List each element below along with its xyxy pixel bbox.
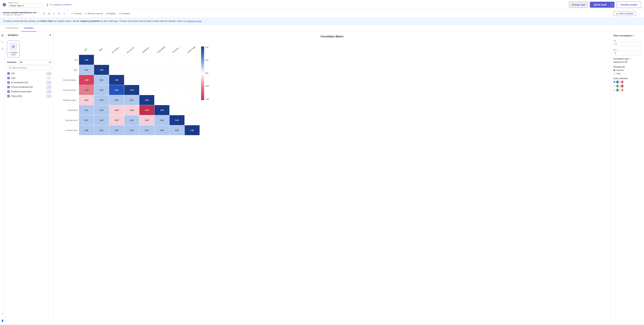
type-checkbox[interactable] [8,77,10,79]
cell-3-6[interactable] [170,85,184,95]
cell-2-3[interactable] [124,75,139,85]
cell-7-0[interactable]: 0.02 [79,125,94,135]
quick-build-button[interactable]: Quick build [590,2,611,8]
cell-6-5[interactable]: 0.03 [154,115,170,125]
cell-3-0[interactable]: -0.43 [79,85,94,95]
cell-1-5[interactable] [154,65,170,75]
cell-6-0[interactable]: 0.07 [79,115,94,125]
cell-5-5[interactable]: 1.00 [154,105,170,115]
color-option-3[interactable] [613,89,641,92]
cell-7-4[interactable]: 0.03 [139,125,154,135]
tab-visualizations[interactable]: Visualizations [3,25,21,32]
cell-1-3[interactable] [124,65,139,75]
cell-3-5[interactable] [154,85,170,95]
cell-7-7[interactable]: 1.00 [184,125,200,135]
cell-2-0[interactable]: -0.88 [79,75,94,85]
torque-checkbox[interactable] [8,95,10,97]
cell-7-2[interactable]: 0.02 [109,125,124,135]
cell-2-5[interactable] [154,75,170,85]
remove-rows-button[interactable]: ≡− Remove rows by [84,12,104,16]
cell-0-4[interactable] [139,55,154,65]
list-view-button[interactable]: ☰ [42,12,46,16]
numeric-radio[interactable]: Numeric [613,69,641,72]
cell-3-7[interactable] [184,85,200,95]
correlation-matrix-card[interactable]: ⊞ Correlationmatrix [7,40,20,57]
nav-home-icon[interactable]: 🏠 [0,33,4,38]
color-radio-1[interactable] [613,81,616,83]
cell-4-7[interactable] [184,95,200,105]
cell-2-4[interactable] [139,75,154,85]
cell-6-6[interactable]: 1.00 [170,115,184,125]
cell-5-0[interactable]: 0.01 [79,105,94,115]
cell-6-2[interactable]: -0.07 [109,115,124,125]
cell-1-4[interactable] [139,65,154,75]
cell-6-1[interactable]: 0.04 [94,115,109,125]
size-radio[interactable]: Size [613,72,641,75]
color-radio-2[interactable] [613,85,616,87]
cell-1-1[interactable]: 1.00 [94,65,109,75]
cell-5-3[interactable]: -0.02 [124,105,139,115]
cell-5-1[interactable]: 0.03 [94,105,109,115]
cell-3-2[interactable]: 0.61 [109,85,124,95]
tab-analytics[interactable]: Analytics [21,25,36,32]
cell-0-1[interactable] [94,55,109,65]
column-list-button[interactable]: ≡ [62,12,66,16]
air-temp-checkbox[interactable] [8,81,10,84]
cell-6-7[interactable] [184,115,200,125]
target-column-select[interactable]: Failure Type [8,4,42,8]
cell-5-7[interactable] [184,105,200,115]
replace-button[interactable]: ⇄ Replace [105,12,117,16]
cell-1-7[interactable] [184,65,200,75]
cell-5-4[interactable]: -0.91 [139,105,154,115]
filter-button[interactable]: ▾ [52,12,56,16]
cell-5-6[interactable] [170,105,184,115]
cell-4-1[interactable]: 0.03 [94,95,109,105]
columns-select[interactable]: All [18,60,52,64]
cell-3-4[interactable] [139,85,154,95]
cell-4-6[interactable] [170,95,184,105]
cell-4-4[interactable]: 1.00 [139,95,154,105]
color-radio-3[interactable] [613,89,616,91]
cell-1-0[interactable]: 0.04 [79,65,94,75]
search-button[interactable]: 🔍 [56,12,62,16]
cell-2-1[interactable]: 0.02 [94,75,109,85]
cell-0-5[interactable] [154,55,170,65]
min-input[interactable] [613,42,641,46]
cell-7-5[interactable]: 0.04 [154,125,170,135]
cell-2-2[interactable]: 1.00 [109,75,124,85]
cell-4-0[interactable]: -0.01 [79,95,94,105]
color-option-2[interactable] [613,85,641,87]
numeric-radio-input[interactable] [613,69,616,71]
cell-5-2[interactable]: -0.02 [109,105,124,115]
change-type-button[interactable]: Change type [569,2,588,8]
cell-4-5[interactable] [154,95,170,105]
cell-1-6[interactable] [170,65,184,75]
nav-menu-icon[interactable]: ☰ [0,47,4,51]
cell-0-3[interactable] [124,55,139,65]
cell-2-6[interactable] [170,75,184,85]
cell-6-3[interactable]: 0.01 [124,115,139,125]
functions-button[interactable]: Σ Functions [118,12,131,16]
cell-4-3[interactable]: 0.01 [124,95,139,105]
cell-3-3[interactable]: 1.00 [124,85,139,95]
cell-7-6[interactable]: 0.02 [170,125,184,135]
max-input[interactable] [613,51,641,55]
grid-view-button[interactable]: ⊞ [47,12,51,16]
cell-4-2[interactable]: 0.02 [109,95,124,105]
extract-button[interactable]: □↗ Extract [70,12,83,16]
cell-7-3[interactable]: 0.02 [124,125,139,135]
udi-checkbox[interactable] [8,72,10,75]
nav-user-icon[interactable]: 👤 [0,319,4,323]
workshop-link[interactable]: workshop page [187,20,202,22]
cell-1-2[interactable] [109,65,124,75]
color-option-1[interactable] [613,81,641,83]
rot-speed-checkbox[interactable] [8,90,10,93]
cell-2-7[interactable] [184,75,200,85]
search-input[interactable] [12,66,50,69]
cell-0-7[interactable] [184,55,200,65]
edit-icon[interactable]: ✏ [22,14,24,16]
more-options-button[interactable]: ⋮ [636,12,641,16]
cell-0-0[interactable]: 1.00 [79,55,94,65]
quick-build-dropdown-button[interactable]: ▾ [611,2,614,8]
nav-help-icon[interactable]: ? [0,312,4,316]
